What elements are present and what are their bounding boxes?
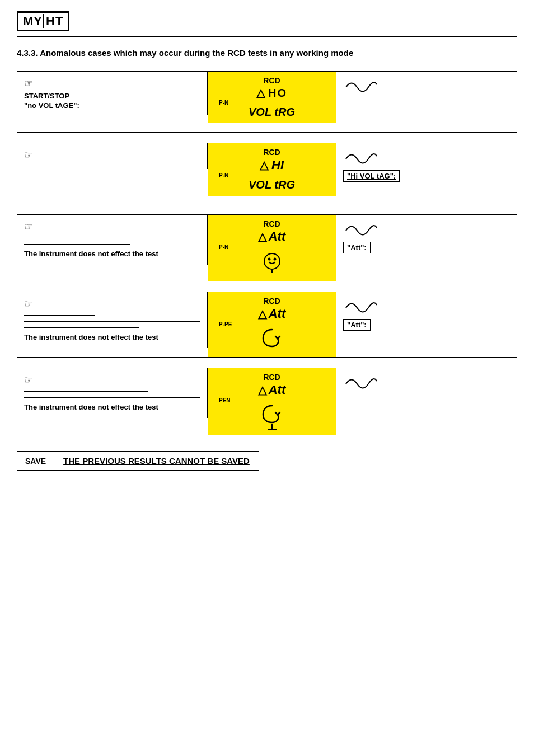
save-container: SAVE THE PREVIOUS RESULTS CANNOT BE SAVE… bbox=[17, 451, 259, 471]
case3-att: Att bbox=[269, 229, 286, 244]
case2-right: "Hi VOL tAG": bbox=[336, 143, 517, 186]
svg-point-1 bbox=[268, 258, 270, 261]
case3-plug bbox=[261, 250, 283, 276]
case3-desc: The instrument does not effect the test bbox=[24, 250, 200, 259]
case3-line1 bbox=[24, 238, 200, 238]
finger-icon-1: ☞ bbox=[24, 77, 200, 90]
page-header: MYHT bbox=[17, 11, 517, 37]
case5-line1 bbox=[24, 391, 148, 392]
finger-icon-2: ☞ bbox=[24, 149, 200, 161]
case1-left: ☞ START/STOP "no VOL tAGE": bbox=[17, 72, 208, 115]
case1-no: НО bbox=[268, 87, 287, 100]
case2-middle: RCD △ HI P-N VOL tRG bbox=[208, 143, 336, 196]
case3-line2 bbox=[24, 244, 130, 245]
case5-att: Att bbox=[269, 383, 286, 397]
case5-line2 bbox=[24, 397, 200, 398]
finger-icon-5: ☞ bbox=[24, 374, 200, 386]
case3-right: "Att": bbox=[336, 215, 517, 258]
case4-desc: The instrument does not effect the test bbox=[24, 333, 200, 342]
case5-rcd: RCD △ Att PEN bbox=[213, 373, 330, 430]
case1-sublabel: "no VOL tAGE": bbox=[24, 101, 200, 110]
case-row-2: ☞ RCD △ HI P-N VOL tRG "Hi VOL tAG": bbox=[17, 143, 517, 204]
case5-wave bbox=[343, 373, 377, 393]
wave-svg-4 bbox=[343, 297, 377, 313]
case4-line1 bbox=[24, 315, 95, 316]
save-button[interactable]: SAVE bbox=[17, 452, 54, 470]
cases-container: ☞ START/STOP "no VOL tAGE": RCD △ НО P-N… bbox=[17, 71, 517, 435]
case3-rcd-header: RCD bbox=[263, 219, 280, 228]
case5-right bbox=[336, 368, 517, 397]
case3-middle: RCD △ Att P-N bbox=[208, 215, 336, 281]
wave-svg-3 bbox=[343, 219, 377, 236]
logo-text: MY bbox=[23, 14, 43, 28]
case1-right bbox=[336, 72, 517, 101]
case5-pen: PEN bbox=[219, 397, 231, 403]
case4-left: ☞ The instrument does not effect the tes… bbox=[17, 292, 208, 348]
wave-svg-2 bbox=[343, 148, 377, 165]
case2-rcd: RCD △ HI P-N VOL tRG bbox=[213, 148, 330, 191]
company-logo: MYHT bbox=[17, 11, 69, 31]
case3-wave bbox=[343, 219, 377, 240]
case4-att: Att bbox=[269, 307, 286, 321]
save-text: THE PREVIOUS RESULTS CANNOT BE SAVED bbox=[54, 452, 259, 470]
plug-svg bbox=[261, 250, 283, 273]
case3-left: ☞ The instrument does not effect the tes… bbox=[17, 215, 208, 265]
finger-icon-4: ☞ bbox=[24, 298, 200, 310]
case5-rcd-header: RCD bbox=[263, 373, 280, 382]
case-row-4: ☞ The instrument does not effect the tes… bbox=[17, 292, 517, 358]
case5-left: ☞ The instrument does not effect the tes… bbox=[17, 368, 208, 418]
case2-triangle: △ bbox=[260, 158, 268, 172]
loop-svg-2 bbox=[261, 403, 283, 425]
case1-rcd: RCD △ НО P-N VOL tRG bbox=[213, 76, 330, 119]
case5-middle: RCD △ Att PEN bbox=[208, 368, 336, 435]
wave-svg-1 bbox=[343, 76, 377, 93]
case2-rcd-header: RCD bbox=[263, 148, 280, 157]
case1-display-line1: △ НО bbox=[256, 86, 287, 100]
case1-wave bbox=[343, 76, 377, 96]
case5-base bbox=[268, 429, 277, 430]
case2-wave bbox=[343, 148, 377, 168]
case4-display-line1: △ Att bbox=[258, 307, 286, 321]
case4-result: "Att": bbox=[343, 319, 371, 331]
section-title: 4.3.3. Anomalous cases which may occur d… bbox=[17, 47, 517, 59]
case4-line3 bbox=[24, 327, 139, 328]
case4-wave bbox=[343, 297, 377, 317]
case4-rcd: RCD △ Att P-PE bbox=[213, 297, 330, 353]
case2-vol-trg: VOL tRG bbox=[249, 179, 295, 191]
svg-point-2 bbox=[273, 258, 276, 261]
case4-loop bbox=[261, 327, 283, 353]
case5-display-line1: △ Att bbox=[258, 383, 286, 397]
case3-rcd: RCD △ Att P-N bbox=[213, 219, 330, 276]
svg-point-0 bbox=[264, 253, 280, 269]
case3-pn: P-N bbox=[219, 244, 228, 250]
case1-vol-trg: VOL tRG bbox=[249, 106, 295, 119]
case5-triangle: △ bbox=[258, 383, 266, 397]
case-row-1: ☞ START/STOP "no VOL tAGE": RCD △ НО P-N… bbox=[17, 71, 517, 133]
case3-display-line1: △ Att bbox=[258, 229, 286, 244]
case4-line2 bbox=[24, 321, 200, 322]
case5-loop bbox=[261, 403, 283, 430]
case1-middle: RCD △ НО P-N VOL tRG bbox=[208, 72, 336, 123]
wave-svg-5 bbox=[343, 373, 377, 389]
logo-text2: HT bbox=[43, 14, 63, 28]
case4-middle: RCD △ Att P-PE bbox=[208, 292, 336, 357]
case5-stem bbox=[271, 424, 273, 429]
case-row-5: ☞ The instrument does not effect the tes… bbox=[17, 368, 517, 435]
case2-display-line1: △ HI bbox=[260, 158, 284, 172]
case2-left: ☞ bbox=[17, 143, 208, 169]
case1-label: START/STOP bbox=[24, 92, 200, 100]
case-row-3: ☞ The instrument does not effect the tes… bbox=[17, 214, 517, 281]
case4-ppe: P-PE bbox=[219, 321, 232, 327]
case3-result: "Att": bbox=[343, 242, 371, 253]
case2-hi: HI bbox=[271, 158, 284, 172]
case4-triangle: △ bbox=[258, 307, 266, 321]
case1-rcd-header: RCD bbox=[263, 76, 280, 85]
case4-rcd-header: RCD bbox=[263, 297, 280, 306]
case3-triangle: △ bbox=[258, 230, 266, 243]
case2-result: "Hi VOL tAG": bbox=[343, 170, 400, 182]
case4-right: "Att": bbox=[336, 292, 517, 335]
case5-desc: The instrument does not effect the test bbox=[24, 403, 200, 412]
case1-triangle: △ bbox=[256, 86, 265, 100]
loop-svg-1 bbox=[261, 327, 283, 349]
case1-pn: P-N bbox=[219, 100, 228, 106]
